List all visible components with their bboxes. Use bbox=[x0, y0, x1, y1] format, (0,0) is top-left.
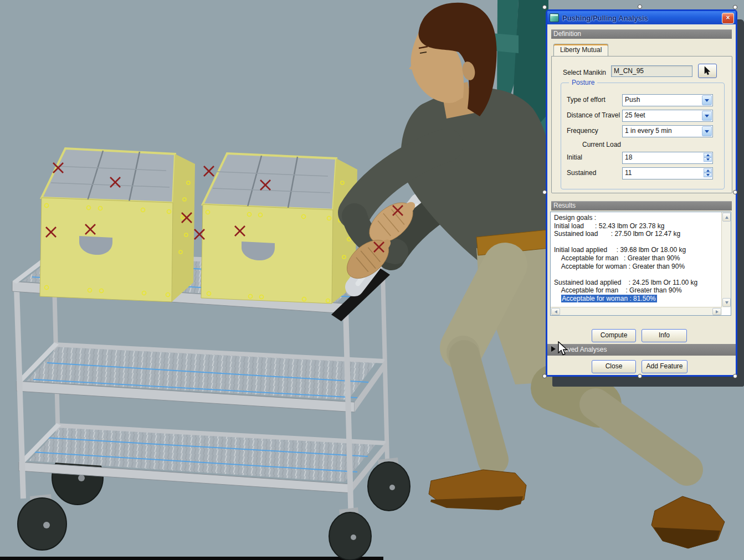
selection-handle[interactable] bbox=[542, 5, 547, 9]
initial-load-value: 18 bbox=[625, 153, 632, 161]
initial-label: Initial bbox=[567, 153, 582, 161]
highlighted-result: Acceptable for woman : 81.50% bbox=[561, 295, 656, 302]
pushing-pulling-analysis-dialog[interactable]: Pushing/Pulling Analysis × Definition Li… bbox=[546, 9, 737, 377]
sustained-load-spinner[interactable]: 11 bbox=[622, 167, 713, 179]
results-line: Acceptable for woman : 81.50% bbox=[554, 295, 722, 303]
frequency-combo[interactable]: 1 in every 5 min bbox=[622, 125, 713, 137]
spin-up-icon bbox=[704, 153, 712, 157]
results-line: Sustained load : 27.50 lbm Or 12.47 kg bbox=[554, 230, 722, 238]
results-text: Design goals :Initial load : 52.43 lbm O… bbox=[551, 212, 722, 307]
frequency-label: Frequency bbox=[567, 127, 598, 135]
select-manikin-label: Select Manikin bbox=[563, 69, 606, 76]
results-line: Acceptable for man : Greater than 90% bbox=[554, 286, 722, 295]
scroll-up-icon[interactable] bbox=[722, 213, 731, 222]
spinner-buttons[interactable] bbox=[704, 168, 712, 177]
selection-handle[interactable] bbox=[733, 5, 737, 9]
info-button[interactable]: Info bbox=[642, 329, 687, 342]
results-line: Acceptable for man : Greater than 90% bbox=[554, 254, 722, 263]
frequency-value: 1 in every 5 min bbox=[625, 127, 672, 135]
type-of-effort-value: Push bbox=[625, 96, 640, 104]
type-of-effort-combo[interactable]: Push bbox=[622, 94, 713, 106]
sustained-label: Sustained bbox=[567, 169, 596, 177]
viewport-bottom-edge bbox=[0, 557, 383, 560]
scroll-right-icon[interactable] bbox=[712, 308, 721, 315]
initial-load-spinner[interactable]: 18 bbox=[622, 152, 713, 164]
results-line: Acceptable for woman : Greater than 90% bbox=[554, 263, 722, 271]
posture-group: Posture Type of effort Push Distance of … bbox=[561, 83, 725, 189]
tote-box-2[interactable] bbox=[201, 153, 357, 304]
dialog-titlebar[interactable]: Pushing/Pulling Analysis × bbox=[547, 11, 736, 24]
chevron-down-icon[interactable] bbox=[702, 111, 712, 121]
sustained-load-value: 11 bbox=[625, 169, 632, 177]
tote-box-1[interactable] bbox=[40, 148, 195, 302]
distance-of-travel-label: Distance of Travel bbox=[567, 111, 620, 119]
results-line: Initial load : 52.43 lbm Or 23.78 kg bbox=[554, 222, 722, 230]
type-of-effort-label: Type of effort bbox=[567, 96, 606, 104]
close-icon[interactable]: × bbox=[722, 13, 734, 24]
select-manikin-picker-button[interactable] bbox=[698, 64, 717, 78]
expand-arrow-icon[interactable] bbox=[551, 346, 556, 352]
tab-liberty-mutual[interactable]: Liberty Mutual bbox=[553, 44, 608, 56]
results-section-header: Results bbox=[551, 201, 732, 210]
posture-legend: Posture bbox=[569, 79, 597, 86]
results-line: Design goals : bbox=[554, 214, 722, 222]
distance-of-travel-value: 25 feet bbox=[625, 111, 645, 119]
definition-panel: Select Manikin M_CN_95 Posture Type of e… bbox=[551, 56, 732, 193]
manikin-name-field[interactable]: M_CN_95 bbox=[611, 65, 692, 77]
dialog-icon bbox=[550, 13, 559, 22]
current-load-label: Current Load bbox=[582, 141, 621, 148]
selection-handle[interactable] bbox=[542, 374, 547, 378]
close-button[interactable]: Close bbox=[592, 360, 636, 373]
definition-section-header: Definition bbox=[551, 29, 732, 39]
selection-handle[interactable] bbox=[733, 190, 737, 194]
results-line: Initial load applied : 39.68 lbm Or 18.0… bbox=[554, 246, 722, 254]
dialog-title: Pushing/Pulling Analysis bbox=[562, 14, 648, 22]
results-horizontal-scrollbar[interactable] bbox=[551, 307, 722, 315]
results-vertical-scrollbar[interactable] bbox=[721, 212, 731, 307]
spin-down-icon bbox=[704, 157, 712, 162]
spin-down-icon bbox=[704, 173, 712, 177]
pointer-arrow-icon bbox=[704, 66, 711, 75]
selection-handle[interactable] bbox=[542, 190, 547, 194]
saved-analyses-bar[interactable]: Saved Analyses bbox=[547, 344, 736, 356]
add-feature-button[interactable]: Add Feature bbox=[642, 360, 687, 373]
chevron-down-icon[interactable] bbox=[702, 126, 712, 136]
results-line: Sustained load applied : 24.25 lbm Or 11… bbox=[554, 279, 722, 287]
chevron-down-icon[interactable] bbox=[702, 95, 712, 105]
selection-handle[interactable] bbox=[638, 374, 642, 378]
results-line bbox=[554, 238, 722, 246]
distance-of-travel-combo[interactable]: 25 feet bbox=[622, 110, 713, 122]
mouse-cursor-icon bbox=[557, 341, 569, 357]
results-line bbox=[554, 270, 722, 279]
results-box[interactable]: Design goals :Initial load : 52.43 lbm O… bbox=[550, 212, 731, 316]
compute-button[interactable]: Compute bbox=[592, 329, 636, 342]
selection-handle[interactable] bbox=[733, 374, 737, 378]
scroll-left-icon[interactable] bbox=[551, 308, 560, 315]
scroll-down-icon[interactable] bbox=[722, 298, 731, 307]
spin-up-icon bbox=[704, 168, 712, 173]
spinner-buttons[interactable] bbox=[704, 153, 712, 162]
selection-handle[interactable] bbox=[638, 4, 642, 9]
